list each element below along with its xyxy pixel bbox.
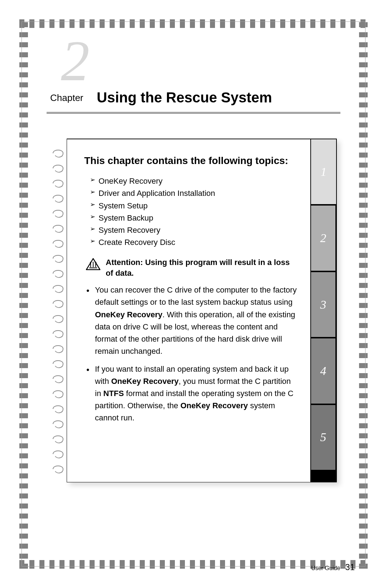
spiral-loop [51, 416, 65, 432]
body-bold: OneKey Recovery [111, 377, 178, 386]
chapter-header: 2 Chapter Using the Rescue System [47, 39, 340, 114]
section-tabs: 1 2 3 4 5 [310, 139, 336, 482]
spiral-loop [51, 371, 65, 386]
body-text: You can recover the C drive of the compu… [95, 285, 297, 307]
body-bullets: You can recover the C drive of the compu… [86, 284, 297, 424]
tab-label: 5 [320, 430, 326, 444]
topics-list: OneKey Recovery Driver and Application I… [90, 175, 297, 249]
spiral-loop [51, 311, 65, 326]
topic-item: System Recovery [90, 224, 297, 236]
spiral-loop [51, 356, 65, 371]
spiral-loop [51, 386, 65, 401]
spiral-loop [51, 206, 65, 221]
warning-heat-icon [86, 258, 101, 272]
spiral-loop [51, 447, 65, 462]
body-bold: NTFS [103, 389, 124, 398]
footer-page-number: 31 [345, 562, 355, 572]
tab-label: 2 [320, 231, 326, 245]
chapter-label: Chapter [50, 92, 83, 103]
spiral-loop [51, 281, 65, 296]
tab-label: 4 [320, 364, 326, 378]
topics-heading: This chapter contains the following topi… [84, 154, 297, 167]
spiral-loop [51, 191, 65, 206]
body-bullet: You can recover the C drive of the compu… [86, 284, 297, 357]
topic-item: System Setup [90, 200, 297, 212]
attention-text: Attention: Using this program will resul… [106, 257, 297, 278]
page-footer: User Guide 31 [311, 562, 355, 572]
tab-5[interactable]: 5 [311, 405, 335, 470]
spiral-loop [51, 266, 65, 281]
tab-2[interactable]: 2 [311, 206, 335, 270]
spiral-loop [51, 221, 65, 236]
topic-item: Create Recovery Disc [90, 236, 297, 249]
spiral-loop [51, 401, 65, 416]
spiral-loop [51, 432, 65, 447]
spiral-loop [51, 236, 65, 251]
tab-4[interactable]: 4 [311, 338, 335, 403]
spiral-loop [51, 176, 65, 191]
page-content: 2 Chapter Using the Rescue System [22, 21, 366, 567]
topic-item: System Backup [90, 212, 297, 224]
tab-label: 3 [320, 298, 326, 312]
topic-item: Driver and Application Installation [90, 187, 297, 199]
body-bold: OneKey Recovery [180, 401, 248, 410]
spiral-loop [51, 146, 65, 161]
chapter-title: Using the Rescue System [97, 39, 340, 106]
notebook-card: 1 2 3 4 5 This chapter contains the foll… [54, 139, 337, 482]
body-bullet: If you want to install an operating syst… [86, 363, 297, 424]
spiral-loop [51, 341, 65, 356]
spiral-loop [51, 161, 65, 176]
attention-callout: Attention: Using this program will resul… [86, 257, 297, 278]
tab-gap [310, 471, 336, 482]
body-bold: OneKey Recovery [95, 310, 162, 319]
spiral-loop [51, 296, 65, 311]
notebook-page: 1 2 3 4 5 This chapter contains the foll… [67, 139, 337, 482]
tab-label: 1 [321, 165, 327, 179]
spiral-binding [51, 146, 69, 477]
tab-3[interactable]: 3 [311, 272, 335, 337]
topic-item: OneKey Recovery [90, 175, 297, 187]
tab-1[interactable]: 1 [311, 139, 336, 204]
spiral-loop [51, 251, 65, 266]
chapter-number: 2 [61, 32, 90, 90]
spiral-loop [51, 326, 65, 341]
footer-label: User Guide [311, 565, 340, 572]
spiral-loop [51, 462, 65, 477]
